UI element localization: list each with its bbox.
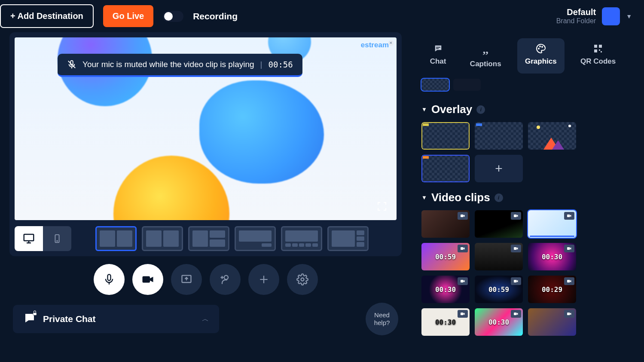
recording-label: Recording	[193, 11, 238, 21]
info-icon[interactable]: i	[494, 193, 503, 202]
tab-graphics[interactable]: Graphics	[517, 38, 565, 74]
gear-icon	[296, 273, 308, 285]
overlay-thumb-3[interactable]	[528, 122, 576, 150]
tab-chat[interactable]: Chat	[422, 38, 454, 74]
watermark-close-icon[interactable]: ✕	[388, 40, 394, 46]
video-badge-icon	[458, 212, 468, 220]
chat-lock-icon	[23, 312, 36, 326]
video-clip-4[interactable]: 00:59	[421, 243, 470, 270]
svg-rect-34	[461, 313, 464, 315]
help-button[interactable]: Needhelp?	[366, 303, 398, 335]
layout-option-3[interactable]	[188, 226, 229, 251]
overlay-section-header[interactable]: ▼ Overlay i	[421, 103, 624, 116]
watermark-text: estream	[361, 41, 389, 49]
clip-duration: 00:30	[435, 318, 456, 326]
mic-icon	[103, 273, 115, 285]
video-clip-12[interactable]	[528, 308, 576, 336]
svg-point-15	[301, 278, 304, 281]
video-badge-icon	[564, 245, 574, 252]
svg-point-17	[538, 48, 539, 49]
video-clip-8[interactable]: 00:59	[475, 276, 523, 303]
fullscreen-icon[interactable]	[377, 201, 387, 212]
layout-option-2[interactable]	[142, 226, 183, 251]
layout-option-6[interactable]	[327, 226, 369, 251]
svg-rect-31	[461, 280, 464, 282]
layout-option-4[interactable]	[235, 226, 276, 251]
svg-rect-33	[567, 280, 570, 282]
invite-icon	[219, 273, 231, 285]
svg-point-6	[57, 241, 58, 242]
video-badge-icon	[511, 245, 521, 252]
desktop-icon	[22, 232, 35, 245]
info-icon[interactable]: i	[476, 105, 485, 114]
svg-rect-2	[24, 234, 34, 241]
video-clips-section-header[interactable]: ▼ Video clips i	[421, 191, 624, 204]
video-badge-icon	[564, 310, 574, 318]
overlay-thumb-4[interactable]	[421, 155, 470, 182]
private-chat-bar[interactable]: Private Chat ︿	[13, 305, 219, 333]
svg-rect-35	[514, 313, 517, 315]
clip-duration: 00:59	[435, 253, 456, 261]
video-clip-2[interactable]	[475, 210, 523, 238]
svg-rect-21	[599, 45, 602, 48]
video-clip-5[interactable]	[475, 243, 523, 270]
mic-button[interactable]	[94, 264, 125, 295]
brand-title: Default	[556, 7, 596, 17]
device-mobile-button[interactable]	[43, 226, 71, 251]
brand-folder-selector[interactable]: Default Brand Folder ▼	[556, 7, 632, 25]
chat-icon	[432, 43, 444, 54]
chevron-up-icon: ︿	[202, 315, 209, 324]
mic-muted-icon	[67, 60, 76, 69]
video-badge-icon	[511, 277, 521, 285]
svg-rect-30	[567, 247, 570, 250]
tab-captions[interactable]: ,, Captions	[462, 38, 509, 74]
svg-rect-20	[594, 45, 597, 48]
background-thumb-2[interactable]	[453, 79, 481, 91]
svg-rect-16	[33, 313, 37, 315]
video-clip-11[interactable]: 00:30	[475, 308, 523, 336]
video-badge-icon	[511, 212, 521, 220]
lock-icon	[32, 310, 38, 316]
recording-toggle[interactable]	[163, 11, 183, 22]
video-clip-9[interactable]: 00:29	[528, 276, 576, 303]
svg-point-18	[540, 46, 540, 47]
camera-button[interactable]	[132, 264, 163, 295]
go-live-button[interactable]: Go Live	[103, 5, 153, 27]
present-icon	[180, 273, 192, 285]
device-desktop-button[interactable]	[15, 226, 43, 251]
add-destination-button[interactable]: + Add Destination	[0, 4, 94, 28]
video-badge-icon	[564, 212, 574, 220]
video-badge-icon	[458, 245, 468, 252]
svg-point-10	[224, 276, 228, 279]
mobile-icon	[52, 232, 62, 245]
video-clip-10[interactable]: 00:30	[421, 308, 470, 336]
invite-button[interactable]	[210, 264, 241, 295]
tab-qrcodes[interactable]: QR Codes	[573, 38, 623, 74]
video-badge-icon	[458, 277, 468, 285]
svg-rect-26	[514, 215, 517, 217]
add-overlay-button[interactable]: +	[475, 155, 523, 182]
clip-duration: 00:30	[488, 318, 509, 326]
clip-duration: 00:30	[435, 285, 456, 294]
settings-button[interactable]	[287, 264, 318, 295]
layout-option-5[interactable]	[281, 226, 322, 251]
svg-point-19	[542, 46, 543, 47]
svg-rect-36	[567, 313, 570, 315]
overlay-thumb-1[interactable]	[421, 122, 470, 150]
chevron-down-icon: ▼	[626, 13, 632, 20]
background-thumb-1[interactable]	[421, 79, 449, 91]
video-clip-7[interactable]: 00:30	[421, 276, 470, 303]
brand-color-swatch	[602, 7, 620, 25]
brand-subtitle: Brand Folder	[556, 17, 596, 25]
present-button[interactable]	[171, 264, 202, 295]
video-clip-6[interactable]: 00:30	[528, 243, 576, 270]
video-clip-1[interactable]	[421, 210, 470, 238]
collapse-icon: ▼	[421, 194, 427, 201]
video-clip-3[interactable]	[528, 210, 576, 238]
overlay-thumb-2[interactable]	[475, 122, 523, 150]
layout-option-1[interactable]	[95, 226, 137, 251]
collapse-icon: ▼	[421, 106, 427, 113]
add-button[interactable]	[248, 264, 279, 295]
mute-notice: Your mic is muted while the video clip i…	[58, 54, 302, 77]
svg-rect-24	[601, 51, 602, 52]
